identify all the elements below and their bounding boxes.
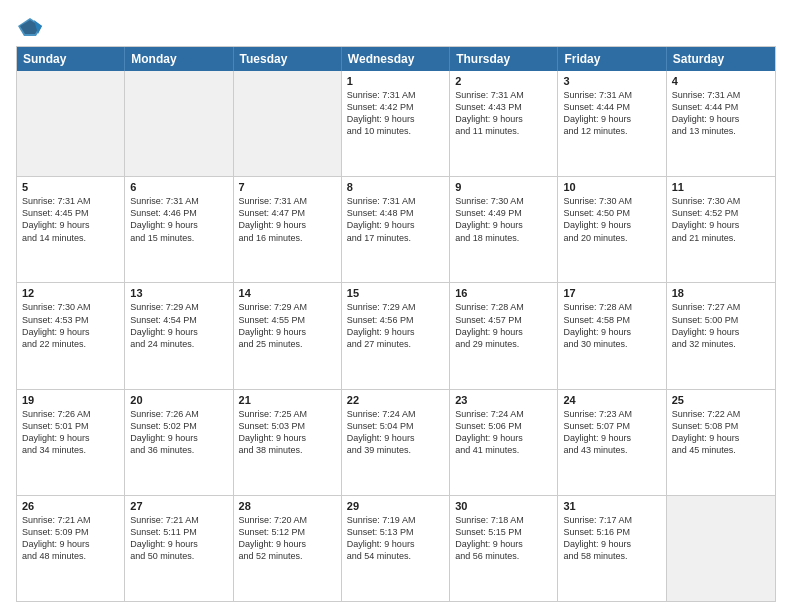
day-number: 17 — [563, 287, 660, 299]
calendar-cell — [667, 496, 775, 601]
calendar-cell: 8Sunrise: 7:31 AM Sunset: 4:48 PM Daylig… — [342, 177, 450, 282]
day-number: 3 — [563, 75, 660, 87]
calendar-cell: 14Sunrise: 7:29 AM Sunset: 4:55 PM Dayli… — [234, 283, 342, 388]
calendar-cell: 31Sunrise: 7:17 AM Sunset: 5:16 PM Dayli… — [558, 496, 666, 601]
day-number: 27 — [130, 500, 227, 512]
col-header-saturday: Saturday — [667, 47, 775, 71]
cell-info-text: Sunrise: 7:31 AM Sunset: 4:46 PM Dayligh… — [130, 195, 227, 244]
col-header-tuesday: Tuesday — [234, 47, 342, 71]
calendar-cell — [234, 71, 342, 176]
cell-info-text: Sunrise: 7:30 AM Sunset: 4:52 PM Dayligh… — [672, 195, 770, 244]
day-number: 25 — [672, 394, 770, 406]
col-header-wednesday: Wednesday — [342, 47, 450, 71]
col-header-thursday: Thursday — [450, 47, 558, 71]
cell-info-text: Sunrise: 7:19 AM Sunset: 5:13 PM Dayligh… — [347, 514, 444, 563]
day-number: 22 — [347, 394, 444, 406]
calendar: SundayMondayTuesdayWednesdayThursdayFrid… — [16, 46, 776, 602]
cell-info-text: Sunrise: 7:31 AM Sunset: 4:47 PM Dayligh… — [239, 195, 336, 244]
calendar-cell — [125, 71, 233, 176]
cell-info-text: Sunrise: 7:18 AM Sunset: 5:15 PM Dayligh… — [455, 514, 552, 563]
cell-info-text: Sunrise: 7:24 AM Sunset: 5:04 PM Dayligh… — [347, 408, 444, 457]
day-number: 1 — [347, 75, 444, 87]
cell-info-text: Sunrise: 7:31 AM Sunset: 4:45 PM Dayligh… — [22, 195, 119, 244]
calendar-cell: 10Sunrise: 7:30 AM Sunset: 4:50 PM Dayli… — [558, 177, 666, 282]
week-row-1: 1Sunrise: 7:31 AM Sunset: 4:42 PM Daylig… — [17, 71, 775, 177]
calendar-header-row: SundayMondayTuesdayWednesdayThursdayFrid… — [17, 47, 775, 71]
cell-info-text: Sunrise: 7:31 AM Sunset: 4:42 PM Dayligh… — [347, 89, 444, 138]
day-number: 5 — [22, 181, 119, 193]
header — [16, 16, 776, 38]
cell-info-text: Sunrise: 7:27 AM Sunset: 5:00 PM Dayligh… — [672, 301, 770, 350]
cell-info-text: Sunrise: 7:30 AM Sunset: 4:50 PM Dayligh… — [563, 195, 660, 244]
day-number: 31 — [563, 500, 660, 512]
cell-info-text: Sunrise: 7:29 AM Sunset: 4:55 PM Dayligh… — [239, 301, 336, 350]
day-number: 14 — [239, 287, 336, 299]
calendar-cell: 6Sunrise: 7:31 AM Sunset: 4:46 PM Daylig… — [125, 177, 233, 282]
cell-info-text: Sunrise: 7:29 AM Sunset: 4:56 PM Dayligh… — [347, 301, 444, 350]
cell-info-text: Sunrise: 7:31 AM Sunset: 4:48 PM Dayligh… — [347, 195, 444, 244]
calendar-cell: 28Sunrise: 7:20 AM Sunset: 5:12 PM Dayli… — [234, 496, 342, 601]
cell-info-text: Sunrise: 7:20 AM Sunset: 5:12 PM Dayligh… — [239, 514, 336, 563]
day-number: 13 — [130, 287, 227, 299]
cell-info-text: Sunrise: 7:21 AM Sunset: 5:11 PM Dayligh… — [130, 514, 227, 563]
calendar-cell: 24Sunrise: 7:23 AM Sunset: 5:07 PM Dayli… — [558, 390, 666, 495]
calendar-cell: 2Sunrise: 7:31 AM Sunset: 4:43 PM Daylig… — [450, 71, 558, 176]
calendar-cell: 7Sunrise: 7:31 AM Sunset: 4:47 PM Daylig… — [234, 177, 342, 282]
cell-info-text: Sunrise: 7:24 AM Sunset: 5:06 PM Dayligh… — [455, 408, 552, 457]
day-number: 7 — [239, 181, 336, 193]
day-number: 23 — [455, 394, 552, 406]
cell-info-text: Sunrise: 7:17 AM Sunset: 5:16 PM Dayligh… — [563, 514, 660, 563]
calendar-cell: 26Sunrise: 7:21 AM Sunset: 5:09 PM Dayli… — [17, 496, 125, 601]
calendar-cell: 12Sunrise: 7:30 AM Sunset: 4:53 PM Dayli… — [17, 283, 125, 388]
day-number: 15 — [347, 287, 444, 299]
calendar-cell: 19Sunrise: 7:26 AM Sunset: 5:01 PM Dayli… — [17, 390, 125, 495]
day-number: 8 — [347, 181, 444, 193]
day-number: 11 — [672, 181, 770, 193]
cell-info-text: Sunrise: 7:23 AM Sunset: 5:07 PM Dayligh… — [563, 408, 660, 457]
cell-info-text: Sunrise: 7:31 AM Sunset: 4:43 PM Dayligh… — [455, 89, 552, 138]
logo-icon — [16, 16, 44, 38]
logo — [16, 16, 48, 38]
week-row-3: 12Sunrise: 7:30 AM Sunset: 4:53 PM Dayli… — [17, 283, 775, 389]
day-number: 21 — [239, 394, 336, 406]
week-row-4: 19Sunrise: 7:26 AM Sunset: 5:01 PM Dayli… — [17, 390, 775, 496]
day-number: 18 — [672, 287, 770, 299]
calendar-cell: 13Sunrise: 7:29 AM Sunset: 4:54 PM Dayli… — [125, 283, 233, 388]
calendar-cell: 30Sunrise: 7:18 AM Sunset: 5:15 PM Dayli… — [450, 496, 558, 601]
cell-info-text: Sunrise: 7:31 AM Sunset: 4:44 PM Dayligh… — [563, 89, 660, 138]
cell-info-text: Sunrise: 7:31 AM Sunset: 4:44 PM Dayligh… — [672, 89, 770, 138]
calendar-cell: 27Sunrise: 7:21 AM Sunset: 5:11 PM Dayli… — [125, 496, 233, 601]
cell-info-text: Sunrise: 7:26 AM Sunset: 5:01 PM Dayligh… — [22, 408, 119, 457]
calendar-cell: 16Sunrise: 7:28 AM Sunset: 4:57 PM Dayli… — [450, 283, 558, 388]
calendar-cell: 1Sunrise: 7:31 AM Sunset: 4:42 PM Daylig… — [342, 71, 450, 176]
calendar-cell — [17, 71, 125, 176]
cell-info-text: Sunrise: 7:30 AM Sunset: 4:49 PM Dayligh… — [455, 195, 552, 244]
calendar-cell: 22Sunrise: 7:24 AM Sunset: 5:04 PM Dayli… — [342, 390, 450, 495]
calendar-cell: 4Sunrise: 7:31 AM Sunset: 4:44 PM Daylig… — [667, 71, 775, 176]
cell-info-text: Sunrise: 7:26 AM Sunset: 5:02 PM Dayligh… — [130, 408, 227, 457]
calendar-cell: 29Sunrise: 7:19 AM Sunset: 5:13 PM Dayli… — [342, 496, 450, 601]
day-number: 6 — [130, 181, 227, 193]
day-number: 16 — [455, 287, 552, 299]
day-number: 9 — [455, 181, 552, 193]
cell-info-text: Sunrise: 7:21 AM Sunset: 5:09 PM Dayligh… — [22, 514, 119, 563]
calendar-cell: 11Sunrise: 7:30 AM Sunset: 4:52 PM Dayli… — [667, 177, 775, 282]
col-header-monday: Monday — [125, 47, 233, 71]
cell-info-text: Sunrise: 7:30 AM Sunset: 4:53 PM Dayligh… — [22, 301, 119, 350]
day-number: 10 — [563, 181, 660, 193]
calendar-cell: 20Sunrise: 7:26 AM Sunset: 5:02 PM Dayli… — [125, 390, 233, 495]
calendar-cell: 15Sunrise: 7:29 AM Sunset: 4:56 PM Dayli… — [342, 283, 450, 388]
day-number: 30 — [455, 500, 552, 512]
day-number: 26 — [22, 500, 119, 512]
calendar-cell: 5Sunrise: 7:31 AM Sunset: 4:45 PM Daylig… — [17, 177, 125, 282]
calendar-cell: 3Sunrise: 7:31 AM Sunset: 4:44 PM Daylig… — [558, 71, 666, 176]
week-row-5: 26Sunrise: 7:21 AM Sunset: 5:09 PM Dayli… — [17, 496, 775, 601]
calendar-cell: 21Sunrise: 7:25 AM Sunset: 5:03 PM Dayli… — [234, 390, 342, 495]
cell-info-text: Sunrise: 7:25 AM Sunset: 5:03 PM Dayligh… — [239, 408, 336, 457]
calendar-cell: 17Sunrise: 7:28 AM Sunset: 4:58 PM Dayli… — [558, 283, 666, 388]
col-header-sunday: Sunday — [17, 47, 125, 71]
cell-info-text: Sunrise: 7:22 AM Sunset: 5:08 PM Dayligh… — [672, 408, 770, 457]
col-header-friday: Friday — [558, 47, 666, 71]
calendar-cell: 9Sunrise: 7:30 AM Sunset: 4:49 PM Daylig… — [450, 177, 558, 282]
calendar-cell: 23Sunrise: 7:24 AM Sunset: 5:06 PM Dayli… — [450, 390, 558, 495]
